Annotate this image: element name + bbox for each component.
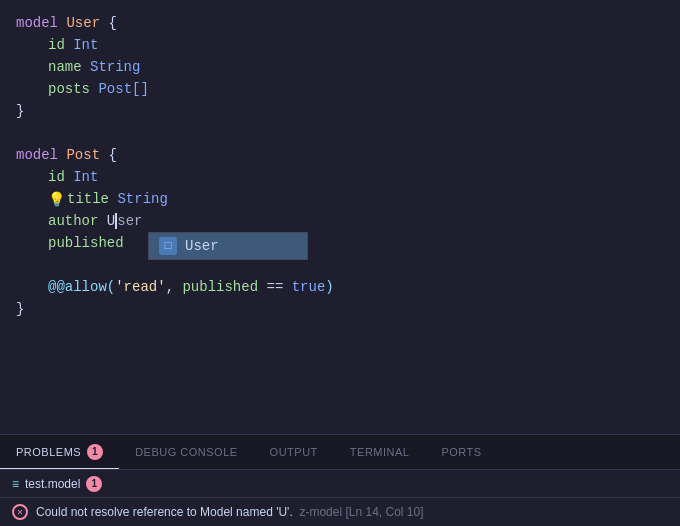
autocomplete-dropdown[interactable]: □ User: [148, 232, 308, 260]
code-line-14: }: [0, 298, 680, 320]
bottom-panel: PROBLEMS 1 DEBUG CONSOLE OUTPUT TERMINAL…: [0, 434, 680, 526]
tab-debug-console[interactable]: DEBUG CONSOLE: [119, 435, 253, 469]
file-item[interactable]: ≡ test.model 1: [12, 476, 102, 492]
error-source: z-model [Ln 14, Col 10]: [296, 505, 423, 519]
code-line-2: id Int: [0, 34, 680, 56]
error-bar: ✕ Could not resolve reference to Model n…: [0, 498, 680, 526]
code-line-8: id Int: [0, 166, 680, 188]
code-line-1: model User {: [0, 12, 680, 34]
code-line-11: published: [0, 232, 680, 254]
lightbulb-icon: 💡: [48, 191, 65, 208]
error-message: Could not resolve reference to Model nam…: [36, 505, 424, 519]
code-line-4: posts Post[]: [0, 78, 680, 100]
file-error-badge: 1: [86, 476, 102, 492]
error-icon: ✕: [12, 504, 28, 520]
code-line-13: @@allow('read', published == true): [0, 276, 680, 298]
autocomplete-item-user[interactable]: □ User: [149, 233, 307, 259]
keyword-model: model: [16, 15, 58, 31]
file-icon: ≡: [12, 477, 19, 491]
code-editor[interactable]: model User { id Int name String posts Po…: [0, 0, 680, 434]
code-line-9: 💡title String: [0, 188, 680, 210]
code-line-7: model Post {: [0, 144, 680, 166]
code-line-12: [0, 254, 680, 276]
panel-files-row: ≡ test.model 1: [0, 470, 680, 498]
tab-ports[interactable]: PORTS: [425, 435, 497, 469]
code-line-10: author User: [0, 210, 680, 232]
tab-output[interactable]: OUTPUT: [254, 435, 334, 469]
tab-terminal[interactable]: TERMINAL: [334, 435, 426, 469]
file-name: test.model: [25, 477, 80, 491]
code-line-5: }: [0, 100, 680, 122]
code-line-6: [0, 122, 680, 144]
autocomplete-type-icon: □: [159, 237, 177, 255]
problems-badge: 1: [87, 444, 103, 460]
code-line-3: name String: [0, 56, 680, 78]
published-keyword: published: [182, 279, 258, 295]
tab-problems[interactable]: PROBLEMS 1: [0, 435, 119, 469]
autocomplete-label: User: [185, 238, 219, 254]
panel-tabs: PROBLEMS 1 DEBUG CONSOLE OUTPUT TERMINAL…: [0, 435, 680, 470]
